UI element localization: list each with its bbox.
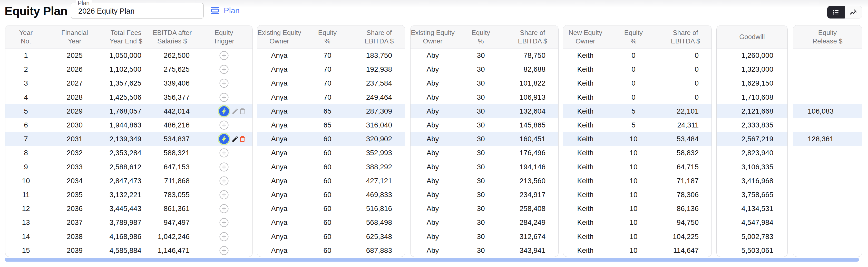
equity-trigger-cell	[195, 146, 252, 160]
share-ebitda-cell: 24,311	[659, 121, 712, 129]
main-metrics-card: Year No. Financial Year Total Fees Year …	[5, 25, 253, 257]
add-equity-trigger-button[interactable]	[219, 190, 228, 199]
equity-pct-cell: 30	[455, 93, 507, 102]
total-fees-cell: 1,425,506	[103, 93, 149, 102]
goodwill-cell: 3,758,665	[717, 191, 787, 199]
share-ebitda-cell: 78,306	[659, 191, 712, 199]
table-row: Anya60320,902	[257, 132, 405, 146]
owner-cell: Keith	[563, 246, 608, 255]
add-equity-trigger-button[interactable]	[219, 232, 228, 241]
table-row: Keith1086,136	[563, 202, 712, 216]
financial-year-cell: 2035	[46, 191, 103, 199]
share-ebitda-cell: 343,941	[507, 246, 558, 255]
add-equity-trigger-button[interactable]	[219, 204, 228, 214]
edit-trigger-button[interactable]	[231, 135, 239, 143]
add-equity-trigger-icon	[219, 246, 228, 255]
year-no-cell: 9	[5, 163, 46, 171]
equity-pct-cell: 70	[302, 51, 353, 60]
add-equity-trigger-button[interactable]	[219, 162, 228, 172]
add-equity-trigger-button[interactable]	[219, 79, 228, 88]
ebitda-cell: 783,055	[149, 191, 195, 199]
year-no-cell: 4	[5, 93, 46, 102]
add-equity-trigger-button[interactable]	[219, 92, 228, 102]
add-equity-trigger-icon	[219, 65, 228, 74]
owner-cell: Keith	[563, 177, 608, 185]
delete-trigger-button[interactable]	[239, 107, 246, 115]
equity-pct-cell: 60	[302, 135, 353, 143]
equity-pct-cell: 30	[455, 177, 507, 185]
year-no-cell: 1	[5, 51, 46, 60]
table-row: 2,567,219	[717, 132, 787, 146]
table-row: 1120353,132,221783,055	[5, 188, 252, 202]
year-no-cell: 5	[5, 107, 46, 115]
equity-pct-cell: 5	[608, 107, 659, 115]
table-row: 5,503,061	[717, 244, 787, 257]
table-row: Keith10114,647	[563, 244, 712, 257]
table-row: Keith1064,715	[563, 160, 712, 174]
owner-cell: Anya	[257, 65, 302, 74]
owner-cell: Aby	[410, 121, 455, 129]
ebitda-cell: 711,868	[149, 177, 195, 185]
edit-trigger-icon	[231, 135, 239, 143]
table-row: 1,260,000	[717, 49, 787, 62]
owner-cell: Keith	[563, 107, 608, 115]
table-row: 2,333,835	[717, 118, 787, 132]
owner-cell: Keith	[563, 191, 608, 199]
add-equity-trigger-button[interactable]	[219, 148, 228, 158]
add-equity-trigger-icon	[219, 232, 228, 241]
table-row: Aby3082,688	[410, 62, 558, 76]
equity-trigger-active-button[interactable]	[218, 105, 230, 117]
add-equity-trigger-button[interactable]	[219, 218, 228, 228]
existing-owner-1-header: Existing Equity Owner Equity % Share of …	[257, 25, 405, 49]
ebitda-cell: 486,216	[149, 121, 195, 129]
total-fees-cell: 4,168,986	[103, 233, 149, 241]
add-equity-trigger-icon	[219, 121, 228, 130]
owner-cell: Keith	[563, 205, 608, 213]
table-row: Keith00	[563, 62, 712, 76]
share-ebitda-cell: 213,560	[507, 177, 558, 185]
equity-trigger-cell	[195, 104, 252, 118]
total-fees-cell: 2,847,473	[103, 177, 149, 185]
table-row	[793, 230, 862, 243]
table-row: Aby30343,941	[410, 244, 558, 257]
add-equity-trigger-button[interactable]	[219, 51, 228, 60]
table-row: 520291,768,057442,014	[5, 104, 252, 118]
add-equity-trigger-button[interactable]	[219, 65, 228, 74]
equity-pct-header: Equity %	[302, 29, 353, 46]
horizontal-scrollbar[interactable]	[5, 258, 859, 262]
table-row: Anya60388,292	[257, 160, 405, 174]
owner-cell: Aby	[410, 191, 455, 199]
delete-trigger-button[interactable]	[239, 135, 246, 143]
equity-trigger-active-button[interactable]	[218, 133, 230, 145]
ebitda-cell: 275,625	[149, 65, 195, 74]
equity-pct-cell: 60	[302, 191, 353, 199]
goodwill-cell: 5,002,783	[717, 233, 787, 241]
table-row: Anya70249,464	[257, 90, 405, 104]
year-no-cell: 10	[5, 177, 46, 185]
ebitda-cell: 442,014	[149, 107, 195, 115]
total-fees-cell: 2,353,284	[103, 149, 149, 157]
table-row	[793, 49, 862, 62]
table-row: 2,121,668	[717, 104, 787, 118]
goodwill-card: Goodwill 1,260,0001,323,0001,629,1501,71…	[716, 25, 788, 257]
add-equity-trigger-button[interactable]	[219, 121, 228, 130]
add-equity-trigger-button[interactable]	[219, 246, 228, 255]
goodwill-cell: 2,823,940	[717, 149, 787, 157]
add-equity-trigger-button[interactable]	[219, 176, 228, 186]
owner-cell: Anya	[257, 107, 302, 115]
goodwill-cell: 1,323,000	[717, 65, 787, 74]
share-ebitda-cell: 568,498	[353, 218, 405, 226]
year-no-cell: 6	[5, 121, 46, 129]
share-ebitda-cell: 249,464	[353, 93, 405, 102]
financial-year-cell: 2025	[46, 51, 103, 60]
goodwill-cell: 1,260,000	[717, 51, 787, 60]
edit-trigger-button[interactable]	[231, 107, 239, 115]
total-fees-cell: 2,588,612	[103, 163, 149, 171]
owner-cell: Aby	[410, 93, 455, 102]
equity-trigger-cell	[195, 76, 252, 90]
add-equity-trigger-icon	[219, 176, 228, 186]
table-row: Aby3078,750	[410, 49, 558, 62]
existing-owner-2-card: Existing Equity Owner Equity % Share of …	[410, 25, 559, 257]
owner-cell: Aby	[410, 107, 455, 115]
equity-pct-cell: 10	[608, 191, 659, 199]
